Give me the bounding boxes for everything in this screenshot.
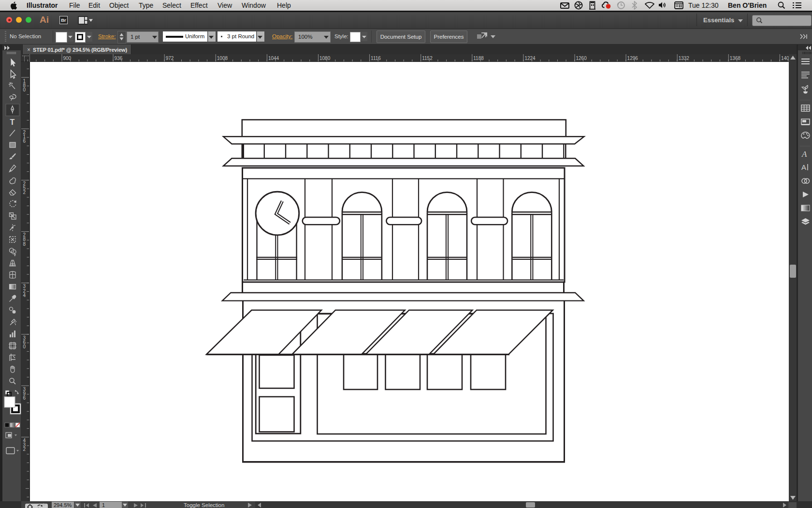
svg-text:936: 936 bbox=[115, 56, 123, 61]
svg-text:A: A bbox=[801, 149, 807, 159]
svg-text:1080: 1080 bbox=[319, 56, 331, 61]
svg-text:1332: 1332 bbox=[679, 56, 690, 61]
svg-text:1152: 1152 bbox=[422, 56, 433, 61]
svg-text:6: 6 bbox=[23, 395, 26, 401]
svg-text:1260: 1260 bbox=[576, 56, 587, 61]
svg-text:8: 8 bbox=[23, 241, 26, 247]
svg-text:1296: 1296 bbox=[627, 56, 638, 61]
svg-text:972: 972 bbox=[166, 56, 174, 61]
svg-text:T: T bbox=[10, 118, 15, 126]
svg-text:1188: 1188 bbox=[473, 56, 484, 61]
svg-text:A: A bbox=[801, 163, 806, 171]
svg-text:900: 900 bbox=[63, 56, 72, 61]
svg-text:1008: 1008 bbox=[217, 56, 228, 61]
svg-text:2: 2 bbox=[23, 190, 26, 195]
svg-text:1116: 1116 bbox=[371, 56, 381, 61]
svg-text:0: 0 bbox=[23, 87, 26, 92]
svg-text:1368: 1368 bbox=[730, 56, 741, 61]
svg-text:0: 0 bbox=[23, 344, 26, 349]
svg-text:2: 2 bbox=[23, 447, 26, 452]
svg-text:1224: 1224 bbox=[524, 56, 536, 61]
svg-text:1044: 1044 bbox=[268, 56, 279, 61]
svg-text:4: 4 bbox=[23, 293, 26, 298]
svg-text:6: 6 bbox=[23, 138, 26, 144]
